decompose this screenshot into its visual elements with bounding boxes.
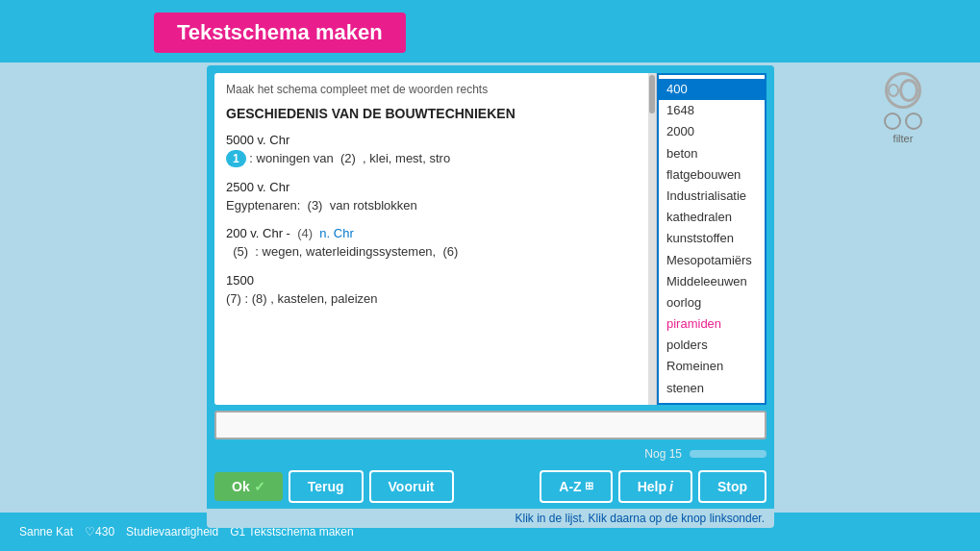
help-button[interactable]: Help i: [618, 470, 692, 503]
section-2-content: Egyptenaren: (3) van rotsblokken: [226, 196, 637, 215]
section-2: 2500 v. Chr Egyptenaren: (3) van rotsblo…: [226, 180, 637, 215]
word-item-polders[interactable]: polders: [659, 335, 765, 356]
word-item-beton[interactable]: beton: [659, 143, 765, 164]
instruction-text: Maak het schema compleet met de woorden …: [226, 83, 637, 96]
word-list-container: 400 1648 2000 beton flatgebouwen Industr…: [656, 73, 766, 405]
blank-4: (4): [297, 226, 313, 240]
status-name: Sanne Kat: [19, 525, 73, 538]
word-item-stenen[interactable]: stenen: [659, 378, 765, 399]
section-2-header: 2500 v. Chr: [226, 180, 637, 194]
app-title: Tekstschema maken: [154, 13, 406, 53]
filter-circle-2: [905, 113, 922, 130]
filter-circle-1: [884, 113, 901, 130]
input-row: [214, 411, 766, 439]
section-1-content: 1 : woningen van (2) , klei, mest, stro: [226, 149, 637, 168]
section-4-content: (7) : (8) , kastelen, paleizen: [226, 289, 637, 309]
ok-button[interactable]: Ok ✓: [214, 472, 283, 501]
az-button[interactable]: A-Z ⊞: [540, 470, 612, 503]
word-item-1648[interactable]: 1648: [659, 100, 765, 121]
status-hearts: ♡430: [85, 525, 114, 538]
az-icon: ⊞: [585, 480, 593, 492]
word-item-kunststoffen[interactable]: kunststoffen: [659, 228, 765, 249]
word-item-industrialisatie[interactable]: Industrialisatie: [659, 186, 765, 207]
word-list[interactable]: 400 1648 2000 beton flatgebouwen Industr…: [657, 73, 766, 405]
section-3-header: 200 v. Chr - (4) n. Chr: [226, 226, 637, 240]
text-content-area: Maak het schema compleet met de woorden …: [214, 73, 648, 405]
filter-area: filter: [884, 72, 922, 144]
schema-title: GESCHIEDENIS VAN DE BOUWTECHNIEKEN: [226, 106, 637, 121]
section-3-content: (5) : wegen, waterleidingssystemen, (6): [226, 242, 637, 262]
hint-text: Klik in de lijst. Klik daarna op de knop…: [515, 512, 765, 525]
answer-input[interactable]: [214, 411, 766, 439]
filter-label: filter: [884, 133, 922, 144]
word-item-oorlog[interactable]: oorlog: [659, 292, 765, 313]
status-subject: Studievaardigheid: [126, 525, 218, 538]
scroll-thumb: [649, 75, 655, 113]
az-label: A-Z: [559, 479, 581, 494]
n-chr: n. Chr: [319, 226, 353, 240]
section-1-header: 5000 v. Chr: [226, 133, 637, 147]
section-1-text: : woningen van (2) , klei, mest, stro: [249, 151, 450, 165]
word-item-kathedralen[interactable]: kathedralen: [659, 207, 765, 228]
progress-row: Nog 15: [207, 445, 774, 464]
ok-checkmark: ✓: [254, 479, 265, 494]
word-item-2000[interactable]: 2000: [659, 121, 765, 142]
section-3: 200 v. Chr - (4) n. Chr (5) : wegen, wat…: [226, 226, 637, 262]
top-bar: [0, 0, 980, 63]
hint-row: Klik in de lijst. Klik daarna op de knop…: [207, 509, 774, 528]
scroll-divider: [648, 73, 656, 405]
nog-label: Nog 15: [644, 447, 682, 461]
ok-label: Ok: [232, 479, 250, 494]
dialog-content: Maak het schema compleet met de woorden …: [214, 73, 766, 405]
help-label: Help: [638, 479, 666, 494]
main-dialog: Maak het schema compleet met de woorden …: [207, 65, 774, 528]
word-item-400[interactable]: 400: [659, 79, 765, 100]
help-icon: i: [669, 479, 673, 494]
terug-button[interactable]: Terug: [289, 470, 364, 503]
section-1: 5000 v. Chr 1 : woningen van (2) , klei,…: [226, 133, 637, 168]
badge-1: 1: [226, 150, 246, 167]
vooruit-button[interactable]: Vooruit: [369, 470, 454, 503]
section-4: 1500 (7) : (8) , kastelen, paleizen: [226, 273, 637, 309]
word-item-romeinen[interactable]: Romeinen: [659, 356, 765, 377]
progress-bar: [690, 450, 766, 458]
stop-button[interactable]: Stop: [698, 470, 766, 503]
word-item-flatgebouwen[interactable]: flatgebouwen: [659, 164, 765, 186]
filter-target-icon: [885, 72, 921, 109]
word-item-middeleeuwen[interactable]: Middeleeuwen: [659, 271, 765, 292]
word-item-mesopotamiers[interactable]: Mesopotamiërs: [659, 250, 765, 271]
section-4-header: 1500: [226, 273, 637, 288]
word-item-piramiden[interactable]: piramiden: [659, 313, 765, 335]
button-row: Ok ✓ Terug Vooruit A-Z ⊞ Help i Stop: [207, 464, 774, 509]
